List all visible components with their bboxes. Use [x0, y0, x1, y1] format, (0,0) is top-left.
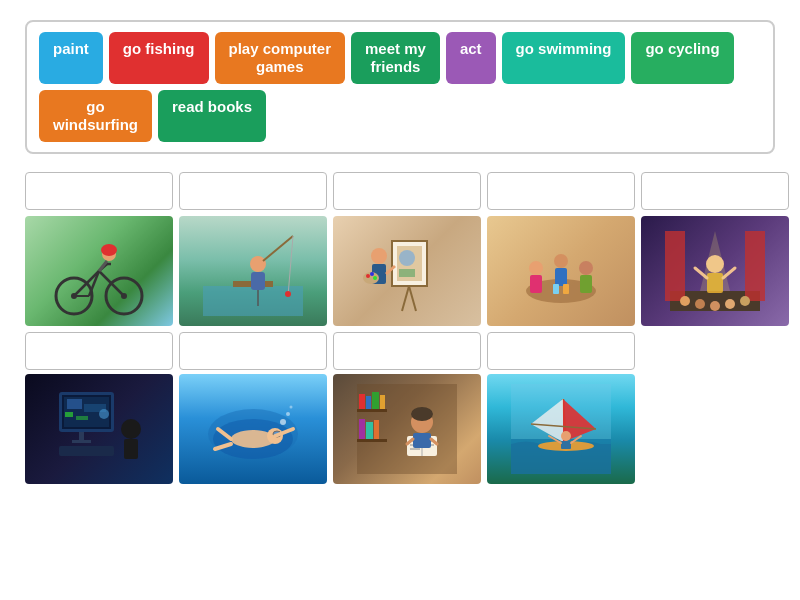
word-bank: paint go fishing play computergames meet…: [25, 20, 775, 154]
drop-box-2[interactable]: [179, 172, 327, 210]
svg-rect-66: [59, 446, 114, 456]
tag-read-books[interactable]: read books: [158, 90, 266, 142]
svg-point-27: [371, 248, 387, 264]
svg-point-12: [101, 244, 117, 256]
svg-point-50: [680, 296, 690, 306]
drop-box-5[interactable]: [641, 172, 789, 210]
svg-rect-108: [561, 441, 571, 449]
drop-box-7[interactable]: [179, 332, 327, 370]
tag-act[interactable]: act: [446, 32, 496, 84]
tag-play-computer-games[interactable]: play computergames: [215, 32, 346, 84]
svg-rect-59: [67, 399, 82, 409]
drop-box-8[interactable]: [333, 332, 481, 370]
svg-line-23: [409, 286, 416, 311]
svg-line-22: [402, 286, 409, 311]
svg-rect-81: [357, 409, 387, 412]
svg-line-5: [99, 271, 124, 296]
svg-rect-88: [366, 422, 373, 439]
svg-rect-41: [553, 284, 559, 294]
drop-box-6[interactable]: [25, 332, 173, 370]
tag-meet-my-friends[interactable]: meet myfriends: [351, 32, 440, 84]
drop-box-1[interactable]: [25, 172, 173, 210]
svg-rect-65: [72, 440, 91, 443]
svg-rect-87: [359, 419, 365, 439]
svg-rect-64: [79, 432, 84, 440]
svg-point-107: [561, 431, 571, 441]
bottom-drop-row: [25, 332, 775, 370]
svg-point-53: [725, 299, 735, 309]
svg-rect-26: [399, 269, 415, 277]
svg-rect-38: [555, 268, 567, 286]
svg-rect-99: [413, 433, 431, 448]
drop-box-9[interactable]: [487, 332, 635, 370]
svg-point-79: [290, 406, 293, 409]
image-painting: [333, 216, 481, 326]
svg-point-32: [370, 272, 374, 276]
tag-go-swimming[interactable]: go swimming: [502, 32, 626, 84]
drop-box-4[interactable]: [487, 172, 635, 210]
tag-paint[interactable]: paint: [39, 32, 103, 84]
image-reading: [333, 374, 481, 484]
svg-rect-62: [65, 412, 73, 417]
svg-rect-44: [665, 231, 685, 301]
tag-go-cycling[interactable]: go cycling: [631, 32, 733, 84]
tag-go-windsurfing[interactable]: gowindsurfing: [39, 90, 152, 142]
image-cycling: [25, 216, 173, 326]
svg-rect-86: [380, 395, 385, 409]
svg-point-77: [280, 419, 286, 425]
svg-rect-63: [76, 416, 88, 420]
svg-rect-16: [251, 272, 265, 290]
svg-rect-68: [124, 439, 138, 459]
image-friends: [487, 216, 635, 326]
top-image-row: [25, 216, 775, 326]
svg-point-37: [554, 254, 568, 268]
svg-rect-40: [580, 275, 592, 293]
svg-point-91: [411, 407, 433, 421]
svg-rect-45: [745, 231, 765, 301]
image-act: [641, 216, 789, 326]
svg-point-39: [579, 261, 593, 275]
image-games: [25, 374, 173, 484]
svg-rect-36: [530, 275, 542, 293]
image-fishing: [179, 216, 327, 326]
svg-point-78: [286, 412, 290, 416]
svg-point-20: [285, 291, 291, 297]
svg-point-54: [740, 296, 750, 306]
svg-rect-84: [366, 396, 371, 409]
svg-point-52: [710, 301, 720, 311]
svg-line-18: [263, 236, 293, 261]
bottom-image-row: [25, 374, 775, 484]
image-windsurfing: [487, 374, 635, 484]
svg-point-61: [99, 409, 109, 419]
svg-marker-55: [700, 231, 730, 291]
svg-point-33: [373, 276, 377, 280]
svg-point-51: [695, 299, 705, 309]
image-swimming: [179, 374, 327, 484]
svg-point-67: [121, 419, 141, 439]
svg-rect-83: [359, 394, 365, 409]
svg-point-35: [529, 261, 543, 275]
top-drop-row: [25, 172, 775, 210]
svg-point-31: [366, 274, 370, 278]
svg-rect-82: [357, 439, 387, 442]
svg-point-25: [399, 250, 415, 266]
svg-rect-85: [372, 392, 379, 409]
main-container: paint go fishing play computergames meet…: [0, 0, 800, 504]
svg-point-15: [250, 256, 266, 272]
drop-box-3[interactable]: [333, 172, 481, 210]
tag-go-fishing[interactable]: go fishing: [109, 32, 209, 84]
svg-rect-89: [374, 420, 379, 439]
matching-area: [25, 172, 775, 484]
svg-rect-42: [563, 284, 569, 294]
